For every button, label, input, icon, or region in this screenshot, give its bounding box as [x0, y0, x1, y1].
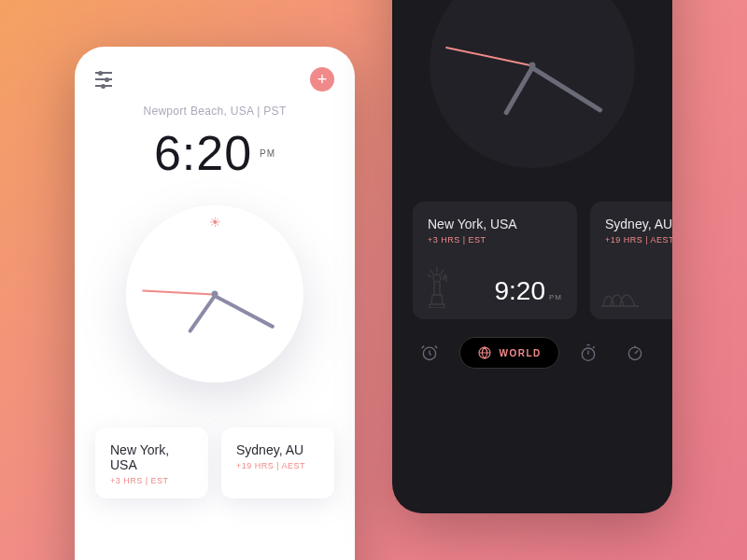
card-ampm: PM: [549, 293, 562, 301]
sun-icon: ☀: [209, 215, 221, 230]
analog-clock: ☀: [75, 205, 355, 383]
world-card[interactable]: Sydney, AU +19 HRS | AEST: [221, 427, 334, 498]
timer-icon: [626, 343, 644, 362]
world-cards-row: New York, USA +3 HRS | EST Sydney, AU +1…: [75, 427, 355, 498]
clock-pivot: [529, 63, 536, 69]
phone-light: + Newport Beach, USA | PST 6:20 PM ☀ New…: [75, 47, 355, 560]
second-hand: [142, 290, 215, 296]
card-meta: +3 HRS | EST: [428, 235, 562, 245]
time-value: 6:20: [154, 125, 252, 181]
opera-house-icon: [601, 280, 639, 308]
minute-hand: [531, 65, 603, 113]
hour-hand: [503, 66, 534, 116]
card-city: New York, USA: [428, 217, 562, 231]
tabbar: WORLD: [392, 319, 672, 390]
tab-world-active[interactable]: WORLD: [459, 337, 559, 369]
location-label: Newport Beach, USA | PST: [75, 105, 355, 118]
alarm-icon: [420, 343, 439, 362]
tab-timer[interactable]: [618, 336, 652, 370]
add-button[interactable]: +: [310, 67, 334, 91]
card-city: Sydney, AU: [236, 442, 319, 457]
tab-stopwatch[interactable]: [571, 336, 605, 370]
clock-pivot: [212, 291, 218, 298]
world-card[interactable]: Sydney, AU +19 HRS | AEST 1: [590, 202, 672, 319]
minute-hand: [214, 294, 275, 329]
statue-of-liberty-icon: [424, 267, 450, 308]
stopwatch-icon: [579, 343, 598, 362]
second-hand: [445, 47, 532, 66]
world-card[interactable]: New York, USA +3 HRS | EST: [95, 427, 208, 498]
topbar: +: [75, 47, 355, 99]
card-meta: +19 HRS | AEST: [605, 235, 672, 245]
main-time: 6:20 PM: [75, 125, 355, 181]
card-time: 9:20: [495, 276, 546, 306]
card-meta: +3 HRS | EST: [110, 476, 193, 485]
card-city: New York, USA: [110, 442, 193, 472]
settings-icon[interactable]: [95, 72, 112, 87]
tab-label: WORLD: [500, 348, 542, 358]
card-city: Sydney, AU: [605, 217, 672, 231]
time-ampm: PM: [260, 148, 275, 159]
tab-alarm[interactable]: [413, 336, 446, 370]
svg-point-0: [433, 274, 441, 282]
analog-clock-dark: ☾: [392, 0, 672, 168]
hour-hand: [188, 295, 217, 334]
world-card[interactable]: New York, USA +3 HRS | EST 9:20 PM: [413, 202, 577, 319]
phone-dark: ☾ New York, USA +3 HRS | EST 9:20 PM Syd…: [392, 0, 672, 513]
svg-point-3: [583, 348, 595, 360]
globe-icon: [477, 345, 492, 360]
card-meta: +19 HRS | AEST: [236, 461, 319, 470]
world-cards-row-dark: New York, USA +3 HRS | EST 9:20 PM Sydne…: [392, 202, 672, 319]
